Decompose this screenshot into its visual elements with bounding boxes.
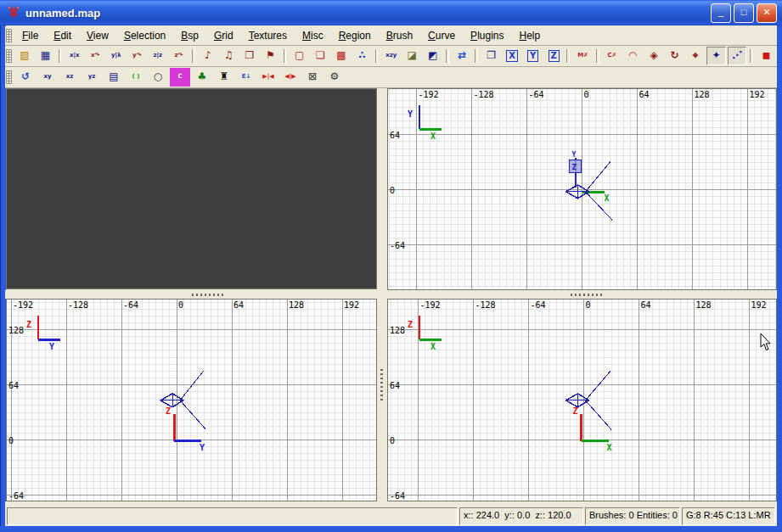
texture-window-button[interactable]: ◩ <box>424 47 443 65</box>
xy-viewport[interactable]: -192-128-64064128192640-64YXZYX <box>387 88 777 290</box>
flip-y-button[interactable]: y|λ <box>107 47 127 65</box>
change-views-button[interactable]: xzy <box>381 47 401 65</box>
selection-tool-button[interactable]: ✦ <box>706 47 726 65</box>
view-yz-button[interactable]: yz <box>82 68 102 87</box>
make-detail-button[interactable]: ⚑ <box>261 47 280 65</box>
ruler-label: -192 <box>13 300 33 310</box>
menu-item-file[interactable]: File <box>14 28 46 43</box>
statusbar: x:: 224.0 y:: 0.0 z:: 120.0 Brushes: 0 E… <box>5 507 777 526</box>
y-axis-button[interactable]: Y <box>523 47 543 65</box>
flip-z-button[interactable]: z|z <box>149 47 168 65</box>
ruler-label: 64 <box>233 300 244 310</box>
window-border-left <box>0 25 6 526</box>
menu-item-brush[interactable]: Brush <box>379 28 420 43</box>
rotate-y-button[interactable]: y↷ <box>127 47 147 65</box>
hide-models-button[interactable]: M✗ <box>573 47 593 65</box>
menu-item-region[interactable]: Region <box>331 28 379 43</box>
toolbar-secondary-grip[interactable] <box>6 70 12 84</box>
csg-merge-button[interactable]: ♫ <box>219 47 239 65</box>
svg-text:X: X <box>605 193 610 203</box>
flip-x-button[interactable]: x|x <box>65 47 84 65</box>
ruler-label: 64 <box>390 131 400 140</box>
flush-reload-shaders-button[interactable]: ◪ <box>402 47 422 65</box>
toolbar-separator <box>750 49 753 63</box>
menu-item-misc[interactable]: Misc <box>295 28 331 43</box>
svg-text:X: X <box>430 132 436 141</box>
projector-button[interactable]: ⚙ <box>324 68 345 87</box>
ruler-label: -64 <box>123 300 138 310</box>
no-draw-button[interactable]: ⊠ <box>302 68 323 87</box>
xz-viewport[interactable]: -192-128-64064128192128640-64ZXZX <box>387 299 777 501</box>
view-xz-button[interactable]: xz <box>59 68 80 87</box>
patch-button[interactable]: ( ) <box>126 68 146 87</box>
ruler-label: 0 <box>8 436 14 445</box>
menu-item-curve[interactable]: Curve <box>420 28 463 43</box>
swap-views-button[interactable]: ⇄ <box>453 47 472 65</box>
window-border-bottom <box>0 526 782 532</box>
curve-tool-button[interactable]: ◠ <box>623 47 643 65</box>
open-file-button[interactable]: ▨ <box>15 47 35 65</box>
select-inside-button[interactable]: ❏ <box>311 47 330 65</box>
cube-primitive-button[interactable]: ◼ <box>757 47 776 65</box>
titlebar[interactable]: unnamed.map _□✕ <box>0 0 782 25</box>
menu-item-plugins[interactable]: Plugins <box>463 28 511 43</box>
connect-entities-button[interactable]: ∴ <box>352 47 372 65</box>
save-file-button[interactable]: ▦ <box>36 47 55 65</box>
xz-viewport-canvas: -192-128-64064128192128640-64ZXZX <box>388 300 776 501</box>
window-border-right <box>777 25 782 526</box>
menu-item-selection[interactable]: Selection <box>116 28 173 43</box>
menu-item-bsp[interactable]: Bsp <box>173 28 206 43</box>
menubar-grip[interactable] <box>6 29 12 42</box>
toolbar-separator <box>375 49 379 63</box>
ruler-label: 64 <box>390 381 400 390</box>
free-rotation-button[interactable]: ↻ <box>665 47 684 65</box>
hide-clip-button[interactable]: C✗ <box>603 47 622 65</box>
polygon-button[interactable]: ○ <box>148 68 168 87</box>
bevel-endpoints-button[interactable]: ◀|▶ <box>280 68 301 87</box>
svg-text:Z: Z <box>572 163 577 171</box>
ruler-label: -64 <box>529 90 544 99</box>
texture-lock-button[interactable]: ◈ <box>644 47 664 65</box>
csg-subtract-button[interactable]: ♪ <box>199 47 218 65</box>
toolbar-separator <box>284 49 287 63</box>
console-button[interactable]: ▤ <box>104 68 124 87</box>
select-ray-button[interactable]: ⌖ <box>686 47 706 65</box>
vertex-edit-button[interactable]: ⋰ <box>728 47 747 65</box>
select-whole-entity-button[interactable]: ▩ <box>332 47 352 65</box>
menu-item-help[interactable]: Help <box>511 28 548 43</box>
menu-item-edit[interactable]: Edit <box>46 28 79 43</box>
foliage-button[interactable]: ♣ <box>192 68 212 87</box>
rotate-view-button[interactable]: ↺ <box>15 68 36 87</box>
window-title: unnamed.map <box>25 7 711 20</box>
cap-endpoints-button[interactable]: ▶|◀ <box>258 68 278 87</box>
camera-viewport[interactable] <box>6 88 377 289</box>
close-button[interactable]: ✕ <box>757 3 777 23</box>
caulk-button[interactable]: C <box>170 68 190 87</box>
yz-viewport[interactable]: -192-128-64064128192128640-64ZYZY <box>6 299 377 501</box>
ruler-label: -64 <box>390 241 405 250</box>
rotate-z-button[interactable]: z↷ <box>169 47 188 65</box>
toolbar-separator <box>59 49 62 63</box>
ruler-label: 128 <box>289 300 304 310</box>
x-axis-button[interactable]: X <box>503 47 522 65</box>
ruler-label: 64 <box>8 381 19 390</box>
view-xy-button[interactable]: xy <box>37 68 58 87</box>
menu-item-view[interactable]: View <box>79 28 116 43</box>
csg-hollow-button[interactable]: ❒ <box>240 47 260 65</box>
select-touching-button[interactable]: ▢ <box>290 47 309 65</box>
ruler-label: -128 <box>68 300 88 310</box>
entity-drop-button[interactable]: E↓ <box>236 68 256 87</box>
toolbar-main-grip[interactable] <box>6 49 12 63</box>
rotate-x-button[interactable]: x↷ <box>86 47 105 65</box>
maximize-button[interactable]: □ <box>734 3 754 23</box>
z-axis-button[interactable]: Z <box>544 47 564 65</box>
status-message-panel <box>7 507 458 525</box>
ruler-label: 192 <box>344 300 359 310</box>
train-button[interactable]: ♜ <box>214 68 234 87</box>
toolbar-separator <box>566 49 570 63</box>
minimize-button[interactable]: _ <box>711 3 731 23</box>
horizontal-splitter[interactable] <box>5 290 777 299</box>
menu-item-grid[interactable]: Grid <box>206 28 241 43</box>
menu-item-textures[interactable]: Textures <box>241 28 295 43</box>
popup-menu-button[interactable]: ❐ <box>481 47 501 65</box>
